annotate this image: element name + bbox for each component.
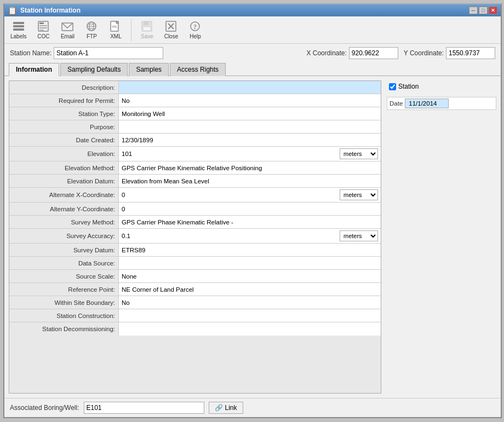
boring-well-label: Associated Boring/Well:	[10, 404, 79, 412]
y-coord-field: Y Coordinate:	[404, 47, 495, 59]
alt-y-value: 0	[119, 203, 381, 215]
email-button[interactable]: Email	[58, 19, 77, 41]
coc-label: COC	[37, 33, 49, 39]
table-row: Survey Accuracy: 0.1 meters feet	[9, 229, 381, 244]
elevation-method-label: Elevation Method:	[9, 161, 119, 174]
station-checkbox-row: Station	[387, 80, 496, 93]
date-field-label: Date	[390, 100, 403, 107]
x-coord-label: X Coordinate:	[306, 49, 346, 57]
table-row: Description:	[9, 81, 381, 94]
table-row: Purpose:	[9, 120, 381, 134]
title-bar-buttons: ─ □ ✕	[469, 7, 497, 14]
table-row: Elevation: 101 meters feet	[9, 147, 381, 161]
title-bar: 📋 Station Information ─ □ ✕	[4, 4, 501, 16]
tab-access-rights[interactable]: Access Rights	[170, 63, 226, 76]
svg-text:?: ?	[193, 23, 197, 31]
survey-accuracy-text: 0.1	[122, 233, 130, 239]
station-checkbox[interactable]	[389, 83, 396, 90]
table-row: Elevation Datum: Elevation from Mean Sea…	[9, 175, 381, 188]
station-checkbox-label: Station	[398, 83, 419, 90]
boring-well-input[interactable]	[84, 402, 204, 414]
station-name-label: Station Name:	[10, 49, 51, 57]
survey-accuracy-value: 0.1 meters feet	[119, 229, 381, 243]
elevation-label: Elevation:	[9, 147, 119, 161]
description-label: Description:	[9, 81, 119, 94]
minimize-button[interactable]: ─	[469, 7, 478, 14]
coc-button[interactable]: COC	[33, 19, 53, 41]
maximize-button[interactable]: □	[479, 7, 488, 14]
close-window-button[interactable]: ✕	[489, 7, 497, 14]
data-source-value[interactable]	[119, 257, 381, 269]
table-row: Alternate Y-Coordinate: 0	[9, 203, 381, 216]
svg-rect-5	[39, 25, 47, 26]
ftp-label: FTP	[87, 33, 97, 39]
source-scale-value: None	[119, 270, 381, 282]
table-row: Survey Method: GPS Carrier Phase Kinemat…	[9, 216, 381, 229]
tab-information[interactable]: Information	[9, 63, 59, 76]
description-value[interactable]	[119, 81, 381, 94]
station-decommissioning-value[interactable]	[119, 322, 381, 336]
labels-label: Labels	[10, 33, 26, 39]
y-coord-input[interactable]	[446, 47, 495, 59]
station-name-input[interactable]	[54, 47, 163, 59]
source-scale-label: Source Scale:	[9, 270, 119, 282]
close-toolbar-label: Close	[164, 33, 179, 39]
station-type-label: Station Type:	[9, 107, 119, 120]
elevation-method-value: GPS Carrier Phase Kinematic Relative Pos…	[119, 161, 381, 174]
table-row: Within Site Boundary: No	[9, 296, 381, 309]
table-row: Reference Point: NE Corner of Land Parce…	[9, 283, 381, 296]
survey-datum-label: Survey Datum:	[9, 244, 119, 256]
close-button[interactable]: Close	[161, 19, 181, 41]
tab-samples[interactable]: Samples	[129, 63, 169, 76]
link-button-label: Link	[225, 404, 237, 412]
toolbar: Labels COC Email	[4, 16, 501, 44]
x-coord-field: X Coordinate:	[306, 47, 398, 59]
svg-rect-19	[143, 27, 151, 31]
date-row: Date 11/1/2014	[387, 97, 496, 110]
station-construction-label: Station Construction:	[9, 309, 119, 322]
link-button[interactable]: 🔗 Link	[209, 402, 243, 414]
labels-button[interactable]: Labels	[8, 19, 29, 41]
elevation-datum-value: Elevation from Mean Sea Level	[119, 175, 381, 187]
labels-icon	[12, 20, 25, 32]
alt-y-label: Alternate Y-Coordinate:	[9, 203, 119, 215]
svg-rect-1	[13, 25, 24, 27]
survey-datum-value: ETRS89	[119, 244, 381, 256]
reference-point-value: NE Corner of Land Parcel	[119, 283, 381, 296]
required-permit-label: Required for Permit:	[9, 94, 119, 107]
save-icon	[140, 20, 153, 32]
date-field-value[interactable]: 11/1/2014	[405, 99, 449, 108]
purpose-value[interactable]	[119, 120, 381, 133]
help-button[interactable]: ? Help	[185, 19, 205, 41]
station-type-value: Monitoring Well	[119, 107, 381, 120]
window-title: Station Information	[20, 7, 81, 14]
alt-x-text: 0	[122, 192, 125, 198]
save-button[interactable]: Save	[137, 19, 157, 41]
table-row: Date Created: 12/30/1899	[9, 134, 381, 147]
svg-rect-2	[13, 28, 24, 31]
tab-sampling-defaults[interactable]: Sampling Defaults	[60, 63, 128, 76]
elevation-datum-label: Elevation Datum:	[9, 175, 119, 187]
station-construction-value[interactable]	[119, 309, 381, 322]
help-icon: ?	[188, 20, 202, 32]
xml-button[interactable]: XML XML	[106, 19, 125, 41]
elevation-unit-select[interactable]: meters feet	[340, 148, 378, 159]
svg-text:XML: XML	[112, 25, 118, 28]
survey-accuracy-label: Survey Accuracy:	[9, 229, 119, 243]
alt-x-label: Alternate X-Coordinate:	[9, 188, 119, 202]
xml-icon: XML	[109, 20, 122, 32]
table-row: Station Type: Monitoring Well	[9, 107, 381, 120]
alt-x-unit-select[interactable]: meters feet	[340, 189, 378, 200]
table-row: Data Source:	[9, 257, 381, 270]
xml-label: XML	[110, 33, 122, 39]
station-name-field: Station Name:	[10, 47, 163, 59]
ftp-button[interactable]: FTP	[82, 19, 101, 41]
svg-rect-7	[39, 30, 44, 31]
content-area: Description: Required for Permit: No Sta…	[4, 76, 501, 398]
svg-rect-0	[13, 22, 24, 24]
ftp-icon	[85, 20, 98, 32]
email-label: Email	[61, 33, 75, 39]
table-row: Survey Datum: ETRS89	[9, 244, 381, 257]
survey-accuracy-unit-select[interactable]: meters feet	[340, 230, 378, 241]
x-coord-input[interactable]	[349, 47, 398, 59]
